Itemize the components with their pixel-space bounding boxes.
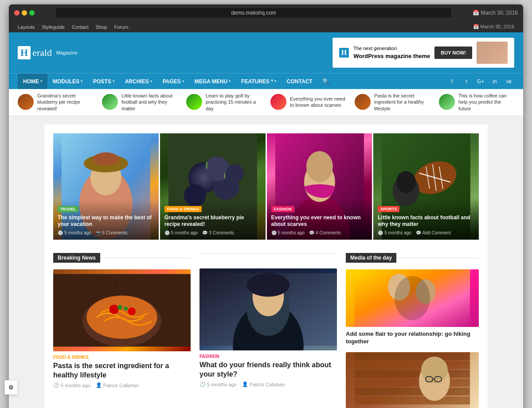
- breaking-news-col2: FASHION What do your friends really thin…: [200, 253, 337, 408]
- author-icon: 👤: [96, 382, 102, 388]
- feat-tag: SPORTS: [378, 206, 399, 212]
- ticker-item[interactable]: This is how coffee can help you predict …: [439, 93, 514, 112]
- admin-link-layouts[interactable]: Layouts: [18, 24, 35, 30]
- instagram-icon[interactable]: in: [489, 76, 500, 87]
- ticker-item[interactable]: Pasta is the secret ingredient for a hea…: [355, 93, 430, 112]
- section-divider: [100, 257, 191, 258]
- author-icon: 👤: [242, 381, 248, 387]
- ticker-thumbnail: [439, 94, 455, 110]
- svg-point-9: [205, 156, 230, 181]
- nav-item-modules[interactable]: MODULES ▾: [47, 74, 88, 89]
- news-title: Pasta is the secret ingredient for a hea…: [53, 361, 191, 380]
- admin-bar-links: Layouts Styleguide Contact Shop Forum: [18, 24, 128, 30]
- svg-point-34: [115, 284, 117, 286]
- feat-title: Everything you ever need to known about …: [271, 214, 368, 228]
- feat-tag: FOOD & DRINKS: [164, 206, 202, 212]
- clock-icon: 🕐: [378, 230, 383, 235]
- news-card-2[interactable]: FASHION What do your friends really thin…: [200, 268, 337, 388]
- ticker-item[interactable]: Everything you ever need to known about …: [270, 93, 346, 112]
- site-logo[interactable]: H erald Magazine: [18, 46, 78, 59]
- svg-rect-50: [355, 396, 470, 404]
- chevron-down-icon: ▾: [274, 79, 276, 83]
- svg-rect-45: [355, 352, 470, 360]
- feat-title: Little known facts about football and wh…: [378, 214, 474, 228]
- svg-point-16: [306, 151, 332, 182]
- clock-icon: 🕐: [164, 230, 170, 235]
- social-links: f t G+ in vk: [447, 76, 514, 87]
- feat-overlay: SPORTS Little known facts about football…: [373, 200, 479, 240]
- ticker-text: This is how coffee can help you predict …: [458, 93, 514, 112]
- featured-item-4[interactable]: SPORTS Little known facts about football…: [373, 133, 479, 240]
- browser-window: demo.mekshq.com 📅 March 30, 2016 Layouts…: [9, 4, 523, 408]
- chevron-down-icon: ▾: [113, 79, 114, 83]
- ticker-text: Grandma's secret blueberry pie recipe re…: [37, 93, 93, 112]
- svg-rect-46: [355, 361, 470, 369]
- svg-rect-12: [224, 173, 225, 179]
- news-category: FASHION: [200, 354, 337, 359]
- svg-rect-49: [355, 388, 470, 396]
- close-button[interactable]: [14, 10, 20, 16]
- news-card-1[interactable]: FOOD & DRINKS Pasta is the secret ingred…: [53, 269, 191, 389]
- url-bar[interactable]: demo.mekshq.com: [56, 8, 451, 18]
- media-of-day-label: Media of the day: [346, 253, 396, 263]
- chevron-down-icon: ▾: [182, 79, 184, 83]
- admin-link-styleguide[interactable]: Styleguide: [42, 24, 65, 30]
- svg-point-10: [226, 164, 244, 182]
- comment-icon: 💬: [416, 230, 421, 235]
- ad-image: [477, 42, 508, 64]
- facebook-icon[interactable]: f: [447, 76, 458, 87]
- news-meta: 🕐 5 months ago 👤 Patrick Callahan: [200, 381, 337, 387]
- ticker-text: Everything you ever need to known about …: [290, 96, 346, 109]
- news-meta: 🕐 5 months ago 👤 Patrick Callahan: [53, 382, 191, 388]
- svg-point-29: [128, 307, 136, 315]
- admin-link-contact[interactable]: Contact: [72, 24, 89, 30]
- feat-overlay: FOOD & DRINKS Grandma's secret blueberry…: [160, 200, 266, 240]
- admin-link-forum[interactable]: Forum: [114, 24, 129, 30]
- chevron-down-icon: ▾: [229, 79, 231, 83]
- maximize-button[interactable]: [29, 10, 35, 16]
- nav-inner: HOME ▾ MODULES ▾ POSTS ▾ ARcHIES ▾ PAGES…: [9, 74, 523, 89]
- section-header-col2: [200, 253, 337, 254]
- logo-subtitle: Magazine: [56, 50, 78, 55]
- news-card-2-wrapper: FASHION What do your friends really thin…: [200, 268, 337, 388]
- nav-item-contact[interactable]: CONTACT: [282, 74, 318, 89]
- ticker-item[interactable]: Grandma's secret blueberry pie recipe re…: [18, 93, 93, 112]
- nav-item-archives[interactable]: ARcHIES ▾: [120, 74, 157, 89]
- ad-banner[interactable]: H The next generation WordPress magazine…: [332, 38, 514, 68]
- feat-meta: 🕐 5 months ago 📷 5 Comments: [58, 230, 154, 235]
- nav-item-mega-menu[interactable]: MEGA MENU ▾: [189, 74, 236, 89]
- media-item-2[interactable]: 📷: [346, 352, 479, 408]
- nav-item-posts[interactable]: POSTS ▾: [88, 74, 120, 89]
- comment-icon: 💬: [309, 230, 314, 235]
- google-plus-icon[interactable]: G+: [475, 76, 486, 87]
- gear-icon: ⚙: [8, 384, 14, 391]
- svg-point-31: [124, 307, 128, 311]
- ad-button[interactable]: BUY NOW!: [434, 47, 472, 59]
- feat-overlay: FASHION Everything you ever need to know…: [267, 200, 372, 240]
- featured-item-2[interactable]: FOOD & DRINKS Grandma's secret blueberry…: [160, 133, 266, 240]
- svg-point-24: [396, 171, 416, 193]
- breaking-news-label: Breaking News: [53, 253, 100, 263]
- feat-tag: TRAVEL: [58, 206, 78, 212]
- ticker-item[interactable]: Little known facts about football and wh…: [102, 93, 177, 112]
- clock-icon: 🕐: [53, 382, 59, 388]
- featured-item-3[interactable]: FASHION Everything you ever need to know…: [267, 133, 372, 240]
- ticker-text: Learn to play golf by practicing 15 minu…: [206, 93, 262, 112]
- ticker-item[interactable]: Learn to play golf by practicing 15 minu…: [186, 93, 262, 112]
- nav-item-home[interactable]: HOME ▾: [18, 74, 47, 89]
- search-icon[interactable]: 🔍: [318, 74, 334, 89]
- ticker-text: Little known facts about football and wh…: [121, 93, 177, 112]
- minimize-button[interactable]: [22, 10, 27, 16]
- media-sidebar: Media of the day: [346, 253, 479, 408]
- nav-item-features[interactable]: Features * ▾: [236, 74, 282, 89]
- featured-item-1[interactable]: TRAVEL The simplest way to make the best…: [53, 133, 159, 240]
- main-content: TRAVEL The simplest way to make the best…: [44, 124, 488, 408]
- nav-item-pages[interactable]: PAGES ▾: [157, 74, 189, 89]
- twitter-icon[interactable]: t: [461, 76, 472, 87]
- feat-title: Grandma's secret blueberry pie recipe re…: [164, 214, 261, 228]
- settings-widget[interactable]: ⚙: [4, 380, 18, 395]
- vk-icon[interactable]: vk: [504, 76, 514, 87]
- admin-link-shop[interactable]: Shop: [96, 24, 107, 30]
- media-item-1[interactable]: ▶ Add some flair to your relationship: g…: [346, 269, 479, 346]
- ad-logo: H: [339, 48, 349, 58]
